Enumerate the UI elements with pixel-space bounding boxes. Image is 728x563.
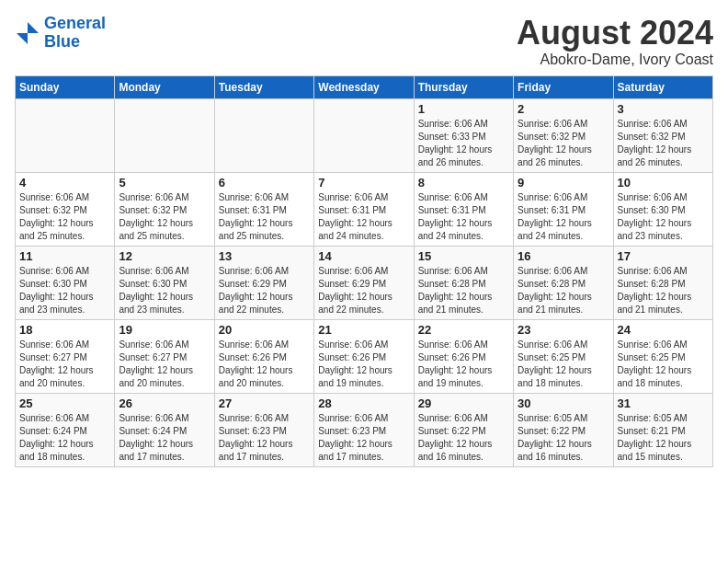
day-number: 28: [318, 396, 409, 410]
day-info: Sunrise: 6:06 AM Sunset: 6:27 PM Dayligh…: [19, 339, 110, 390]
day-info: Sunrise: 6:06 AM Sunset: 6:23 PM Dayligh…: [318, 412, 409, 464]
calendar-cell: 13Sunrise: 6:06 AM Sunset: 6:29 PM Dayli…: [214, 246, 313, 319]
subtitle: Abokro-Dame, Ivory Coast: [517, 52, 713, 68]
day-info: Sunrise: 6:05 AM Sunset: 6:22 PM Dayligh…: [518, 412, 609, 464]
day-number: 19: [119, 323, 210, 337]
day-number: 6: [219, 176, 310, 190]
day-number: 10: [618, 176, 709, 190]
calendar-cell: 4Sunrise: 6:06 AM Sunset: 6:32 PM Daylig…: [16, 172, 115, 246]
calendar-cell: 2Sunrise: 6:06 AM Sunset: 6:32 PM Daylig…: [514, 98, 613, 172]
day-info: Sunrise: 6:06 AM Sunset: 6:23 PM Dayligh…: [219, 412, 310, 464]
day-info: Sunrise: 6:06 AM Sunset: 6:33 PM Dayligh…: [418, 118, 509, 169]
day-info: Sunrise: 6:06 AM Sunset: 6:25 PM Dayligh…: [618, 339, 709, 390]
calendar-week-row: 11Sunrise: 6:06 AM Sunset: 6:30 PM Dayli…: [16, 246, 713, 319]
day-info: Sunrise: 6:06 AM Sunset: 6:30 PM Dayligh…: [19, 265, 110, 316]
calendar-cell: 31Sunrise: 6:05 AM Sunset: 6:21 PM Dayli…: [613, 393, 712, 466]
calendar-cell: 16Sunrise: 6:06 AM Sunset: 6:28 PM Dayli…: [514, 246, 613, 319]
day-info: Sunrise: 6:06 AM Sunset: 6:31 PM Dayligh…: [518, 191, 609, 243]
day-info: Sunrise: 6:06 AM Sunset: 6:30 PM Dayligh…: [618, 191, 709, 243]
calendar-cell: [314, 98, 414, 172]
day-number: 27: [219, 396, 310, 410]
col-header-thursday: Thursday: [414, 75, 513, 98]
day-number: 31: [618, 396, 709, 410]
day-info: Sunrise: 6:06 AM Sunset: 6:25 PM Dayligh…: [518, 339, 609, 390]
day-info: Sunrise: 6:06 AM Sunset: 6:28 PM Dayligh…: [518, 265, 609, 316]
day-info: Sunrise: 6:06 AM Sunset: 6:29 PM Dayligh…: [318, 265, 409, 316]
day-number: 9: [518, 176, 609, 190]
day-info: Sunrise: 6:06 AM Sunset: 6:22 PM Dayligh…: [418, 412, 509, 464]
calendar-cell: 19Sunrise: 6:06 AM Sunset: 6:27 PM Dayli…: [115, 319, 214, 393]
day-info: Sunrise: 6:06 AM Sunset: 6:28 PM Dayligh…: [418, 265, 509, 316]
calendar-cell: 17Sunrise: 6:06 AM Sunset: 6:28 PM Dayli…: [613, 246, 712, 319]
day-info: Sunrise: 6:06 AM Sunset: 6:31 PM Dayligh…: [418, 191, 509, 243]
col-header-saturday: Saturday: [613, 75, 712, 98]
calendar-cell: 10Sunrise: 6:06 AM Sunset: 6:30 PM Dayli…: [613, 172, 712, 246]
calendar-cell: 14Sunrise: 6:06 AM Sunset: 6:29 PM Dayli…: [314, 246, 414, 319]
day-info: Sunrise: 6:05 AM Sunset: 6:21 PM Dayligh…: [618, 412, 709, 464]
calendar-cell: 3Sunrise: 6:06 AM Sunset: 6:32 PM Daylig…: [613, 98, 712, 172]
calendar-table: SundayMondayTuesdayWednesdayThursdayFrid…: [15, 75, 713, 467]
day-info: Sunrise: 6:06 AM Sunset: 6:26 PM Dayligh…: [219, 339, 310, 390]
svg-marker-1: [17, 33, 28, 44]
page-header: General Blue August 2024 Abokro-Dame, Iv…: [15, 15, 713, 68]
calendar-cell: 25Sunrise: 6:06 AM Sunset: 6:24 PM Dayli…: [16, 393, 115, 466]
day-number: 18: [19, 323, 110, 337]
day-info: Sunrise: 6:06 AM Sunset: 6:26 PM Dayligh…: [418, 339, 509, 390]
calendar-cell: 15Sunrise: 6:06 AM Sunset: 6:28 PM Dayli…: [414, 246, 513, 319]
svg-marker-0: [28, 22, 39, 33]
calendar-week-row: 25Sunrise: 6:06 AM Sunset: 6:24 PM Dayli…: [16, 393, 713, 466]
calendar-cell: 8Sunrise: 6:06 AM Sunset: 6:31 PM Daylig…: [414, 172, 513, 246]
day-number: 26: [119, 396, 210, 410]
calendar-cell: 12Sunrise: 6:06 AM Sunset: 6:30 PM Dayli…: [115, 246, 214, 319]
calendar-cell: 11Sunrise: 6:06 AM Sunset: 6:30 PM Dayli…: [16, 246, 115, 319]
calendar-cell: 18Sunrise: 6:06 AM Sunset: 6:27 PM Dayli…: [16, 319, 115, 393]
col-header-sunday: Sunday: [16, 75, 115, 98]
day-info: Sunrise: 6:06 AM Sunset: 6:32 PM Dayligh…: [618, 118, 709, 169]
col-header-friday: Friday: [514, 75, 613, 98]
calendar-week-row: 4Sunrise: 6:06 AM Sunset: 6:32 PM Daylig…: [16, 172, 713, 246]
day-number: 25: [19, 396, 110, 410]
day-number: 22: [418, 323, 509, 337]
day-number: 29: [418, 396, 509, 410]
day-number: 3: [618, 102, 709, 116]
day-number: 2: [518, 102, 609, 116]
calendar-cell: 7Sunrise: 6:06 AM Sunset: 6:31 PM Daylig…: [314, 172, 414, 246]
logo-text: General Blue: [44, 15, 106, 52]
day-number: 30: [518, 396, 609, 410]
day-info: Sunrise: 6:06 AM Sunset: 6:27 PM Dayligh…: [119, 339, 210, 390]
col-header-wednesday: Wednesday: [314, 75, 414, 98]
day-number: 4: [19, 176, 110, 190]
calendar-week-row: 1Sunrise: 6:06 AM Sunset: 6:33 PM Daylig…: [16, 98, 713, 172]
calendar-cell: 20Sunrise: 6:06 AM Sunset: 6:26 PM Dayli…: [214, 319, 313, 393]
day-info: Sunrise: 6:06 AM Sunset: 6:32 PM Dayligh…: [19, 191, 110, 243]
calendar-cell: 27Sunrise: 6:06 AM Sunset: 6:23 PM Dayli…: [214, 393, 313, 466]
day-info: Sunrise: 6:06 AM Sunset: 6:32 PM Dayligh…: [119, 191, 210, 243]
calendar-cell: [115, 98, 214, 172]
calendar-cell: 6Sunrise: 6:06 AM Sunset: 6:31 PM Daylig…: [214, 172, 313, 246]
day-number: 5: [119, 176, 210, 190]
logo-line1: General: [44, 14, 106, 32]
day-number: 1: [418, 102, 509, 116]
day-info: Sunrise: 6:06 AM Sunset: 6:32 PM Dayligh…: [518, 118, 609, 169]
day-number: 17: [618, 249, 709, 263]
calendar-cell: 1Sunrise: 6:06 AM Sunset: 6:33 PM Daylig…: [414, 98, 513, 172]
day-info: Sunrise: 6:06 AM Sunset: 6:31 PM Dayligh…: [318, 191, 409, 243]
day-number: 23: [518, 323, 609, 337]
calendar-cell: [16, 98, 115, 172]
logo-line2: Blue: [44, 32, 80, 51]
day-info: Sunrise: 6:06 AM Sunset: 6:31 PM Dayligh…: [219, 191, 310, 243]
title-block: August 2024 Abokro-Dame, Ivory Coast: [517, 15, 713, 68]
calendar-cell: 23Sunrise: 6:06 AM Sunset: 6:25 PM Dayli…: [514, 319, 613, 393]
calendar-cell: 29Sunrise: 6:06 AM Sunset: 6:22 PM Dayli…: [414, 393, 513, 466]
day-info: Sunrise: 6:06 AM Sunset: 6:24 PM Dayligh…: [19, 412, 110, 464]
col-header-monday: Monday: [115, 75, 214, 98]
calendar-cell: [214, 98, 313, 172]
day-info: Sunrise: 6:06 AM Sunset: 6:28 PM Dayligh…: [618, 265, 709, 316]
calendar-cell: 24Sunrise: 6:06 AM Sunset: 6:25 PM Dayli…: [613, 319, 712, 393]
day-number: 16: [518, 249, 609, 263]
day-number: 11: [19, 249, 110, 263]
logo-icon: [15, 20, 40, 46]
calendar-cell: 22Sunrise: 6:06 AM Sunset: 6:26 PM Dayli…: [414, 319, 513, 393]
day-number: 20: [219, 323, 310, 337]
day-number: 24: [618, 323, 709, 337]
